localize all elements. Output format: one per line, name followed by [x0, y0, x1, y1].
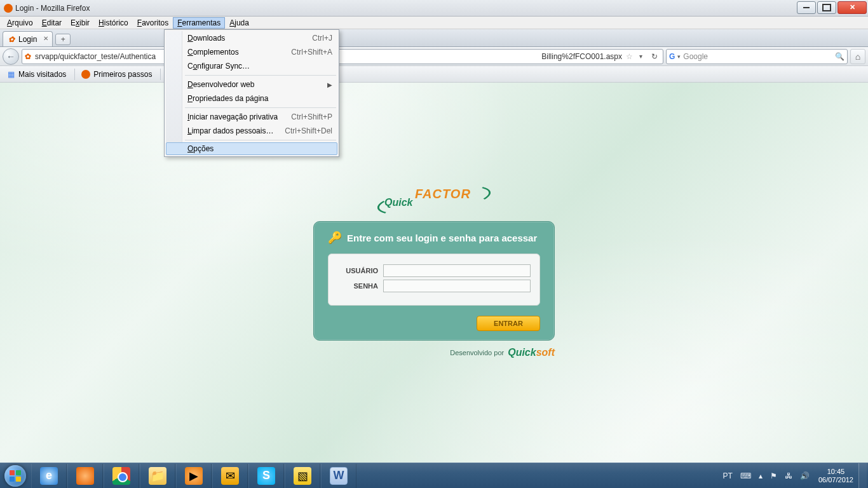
reload-icon[interactable]: ↻ — [649, 52, 660, 61]
ie-icon: e — [40, 467, 58, 485]
menu-arquivo[interactable]: Arquivo — [3, 17, 37, 29]
login-panel: 🔑 Entre com seu login e senha para acess… — [313, 221, 555, 341]
menu-item-label: Limpar dados pessoais… — [187, 126, 285, 135]
searchbar-dropdown-icon[interactable]: ▾ — [677, 53, 681, 60]
page-content: Quick FACTOR 🔑 Entre com seu login e sen… — [0, 83, 868, 463]
bookmark-primeiros-passos[interactable]: Primeiros passos — [78, 68, 158, 81]
logo-text-quick: Quick — [508, 347, 536, 358]
menu-exibir[interactable]: Exibir — [66, 17, 94, 29]
new-tab-button[interactable]: + — [55, 34, 71, 45]
outlook-icon: ✉ — [221, 467, 239, 485]
skype-icon: S — [257, 467, 275, 485]
logo-text-factor: FACTOR — [415, 187, 471, 201]
tray-network-icon[interactable]: 🖧 — [781, 463, 796, 489]
stickynotes-icon: ▧ — [294, 467, 311, 485]
menu-separator — [185, 140, 336, 140]
show-desktop-button[interactable] — [858, 463, 867, 489]
minimize-button[interactable] — [797, 1, 816, 14]
menu-item-propriedades-pagina[interactable]: Propriedades da página — [166, 92, 337, 105]
site-identity-icon[interactable]: ✿ — [25, 52, 31, 61]
maximize-button[interactable] — [817, 1, 836, 14]
tab-login[interactable]: ✿ Login ✕ — [3, 31, 53, 46]
tray-flag-icon[interactable]: ⚑ — [766, 463, 781, 489]
mediaplayer-icon: ▶ — [185, 467, 203, 485]
menu-editar[interactable]: Editar — [37, 17, 66, 29]
menu-favoritos[interactable]: Favoritos — [133, 17, 173, 29]
firefox-icon — [4, 4, 13, 13]
taskbar-firefox[interactable] — [67, 464, 103, 488]
chrome-icon — [112, 467, 130, 485]
bookmark-mais-visitados[interactable]: ▦ Mais visitados — [3, 68, 72, 81]
password-input[interactable] — [383, 280, 531, 292]
bookmark-star-icon[interactable]: ☆ — [626, 52, 633, 61]
taskbar-mediaplayer[interactable]: ▶ — [176, 464, 212, 488]
menu-item-label: Complementos — [187, 48, 291, 57]
tray-clock[interactable]: 10:45 06/07/2012 — [813, 463, 858, 489]
menu-ajuda[interactable]: Ajuda — [225, 17, 254, 29]
menu-item-complementos[interactable]: Complementos Ctrl+Shift+A — [166, 45, 337, 59]
system-tray: PT ⌨ ▴ ⚑ 🖧 🔊 10:45 06/07/2012 — [719, 463, 868, 489]
firefox-icon — [76, 467, 94, 485]
submenu-arrow-icon: ▶ — [327, 81, 332, 88]
bookmarks-toolbar: ▦ Mais visitados Primeiros passos ∎ U ✿ … — [0, 66, 868, 83]
menu-separator — [185, 75, 336, 76]
window-title: Login - Mozilla Firefox — [0, 4, 90, 13]
menu-item-label: Propriedades da página — [187, 94, 332, 103]
back-button[interactable]: ← — [3, 48, 19, 65]
username-label: USUÁRIO — [337, 267, 383, 274]
most-visited-icon: ▦ — [6, 69, 16, 79]
close-button[interactable] — [837, 1, 867, 14]
url-dropdown-icon[interactable]: ▾ — [637, 53, 645, 60]
nav-toolbar: ← ✿ srvapp/quickfactor_teste/Authentica … — [0, 47, 868, 66]
taskbar-explorer[interactable]: 📁 — [140, 464, 175, 488]
key-icon: 🔑 — [328, 231, 342, 245]
login-heading-text: Entre com seu login e senha para acessar — [347, 233, 537, 243]
developed-by-label: Desenvolvido por — [450, 349, 504, 356]
menu-item-shortcut: Ctrl+Shift+Del — [285, 126, 332, 135]
taskbar-outlook[interactable]: ✉ — [212, 464, 248, 488]
tab-close-icon[interactable]: ✕ — [43, 35, 48, 42]
tray-keyboard-icon[interactable]: ⌨ — [736, 463, 755, 489]
window-title-text: Login - Mozilla Firefox — [15, 4, 90, 13]
menu-item-downloads[interactable]: Downloads Ctrl+J — [166, 31, 337, 45]
taskbar-word[interactable]: W — [321, 464, 356, 488]
username-input[interactable] — [383, 264, 531, 277]
menu-item-label: Iniciar navegação privativa — [187, 112, 291, 121]
menu-item-opcoes[interactable]: Opções — [166, 142, 337, 155]
url-text-right: Billing%2fFCO001.aspx — [541, 52, 622, 61]
bookmark-label: Mais visitados — [18, 70, 66, 79]
logo-text-soft: soft — [536, 347, 555, 358]
firefox-icon — [81, 69, 91, 79]
password-row: SENHA — [337, 280, 531, 292]
menu-ferramentas[interactable]: Ferramentas — [173, 17, 225, 29]
tray-arrow-icon[interactable]: ▴ — [755, 463, 766, 489]
username-row: USUÁRIO — [337, 264, 531, 277]
menu-item-shortcut: Ctrl+Shift+A — [291, 48, 332, 57]
urlbar[interactable]: ✿ srvapp/quickfactor_teste/Authentica Bi… — [22, 49, 663, 64]
menu-item-label: Downloads — [187, 34, 312, 43]
taskbar-ie[interactable]: e — [31, 464, 67, 488]
tray-volume-icon[interactable]: 🔊 — [796, 463, 813, 489]
taskbar-chrome[interactable] — [104, 464, 139, 488]
start-button[interactable] — [0, 463, 31, 489]
menu-item-limpar-dados[interactable]: Limpar dados pessoais… Ctrl+Shift+Del — [166, 124, 337, 138]
login-form: USUÁRIO SENHA — [328, 254, 540, 306]
searchbar[interactable]: G ▾ Google 🔍 — [666, 49, 848, 64]
menu-item-label: Configurar Sync… — [187, 62, 332, 71]
tray-lang[interactable]: PT — [719, 463, 736, 489]
menu-item-configurar-sync[interactable]: Configurar Sync… — [166, 59, 337, 73]
submit-button[interactable]: ENTRAR — [477, 316, 540, 331]
menu-item-navegacao-privativa[interactable]: Iniciar navegação privativa Ctrl+Shift+P — [166, 110, 337, 124]
taskbar-sticky[interactable]: ▧ — [285, 464, 320, 488]
menu-historico[interactable]: Histórico — [94, 17, 133, 29]
menu-item-shortcut: Ctrl+J — [312, 34, 332, 43]
quickfactor-icon: ✿ — [8, 35, 15, 44]
menu-separator — [185, 107, 336, 108]
menu-item-label: Desenvolvedor web — [187, 80, 327, 89]
developed-by: Desenvolvido por Quicksoft — [313, 347, 555, 358]
search-icon[interactable]: 🔍 — [835, 52, 844, 61]
menu-item-desenvolvedor-web[interactable]: Desenvolvedor web ▶ — [166, 78, 337, 92]
home-button[interactable]: ⌂ — [850, 49, 865, 64]
quicksoft-logo: Quicksoft — [508, 347, 555, 358]
taskbar-skype[interactable]: S — [248, 464, 284, 488]
